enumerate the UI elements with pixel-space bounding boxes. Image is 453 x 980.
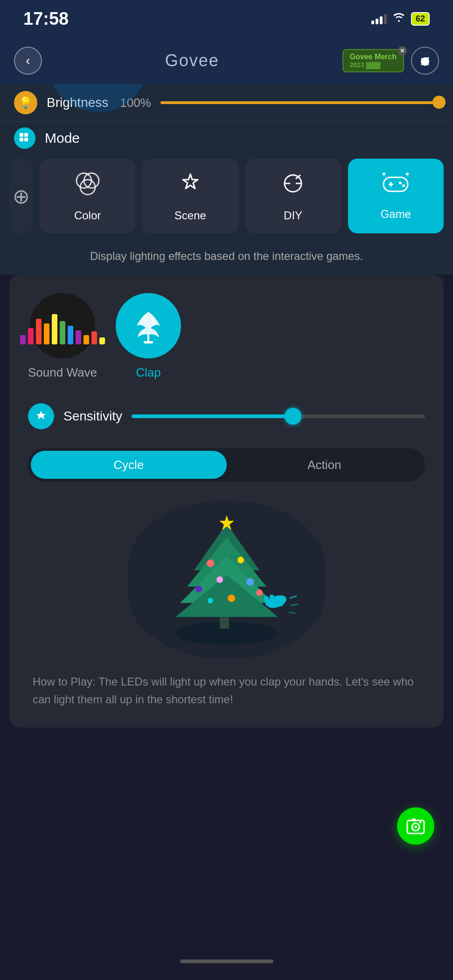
scene-tab-label: Scene bbox=[174, 209, 206, 222]
svg-rect-3 bbox=[24, 138, 28, 141]
mode-icon bbox=[14, 127, 35, 149]
cycle-tab[interactable]: Cycle bbox=[31, 451, 227, 479]
svg-rect-18 bbox=[144, 341, 153, 343]
status-icons: 62 bbox=[371, 12, 430, 26]
mode-tab-diy[interactable]: DIY bbox=[245, 159, 341, 233]
back-button[interactable]: ‹ bbox=[14, 47, 42, 75]
svg-point-30 bbox=[228, 595, 235, 602]
svg-point-28 bbox=[246, 578, 254, 586]
clap-label: Clap bbox=[136, 365, 160, 380]
tree-illustration bbox=[129, 500, 325, 659]
sensitivity-slider[interactable] bbox=[132, 414, 425, 418]
action-tab[interactable]: Action bbox=[227, 451, 423, 479]
color-tab-label: Color bbox=[74, 209, 101, 222]
cycle-action-toggle: Cycle Action bbox=[28, 448, 425, 482]
merch-badge-line2: 2023 ▓▓▓ bbox=[350, 61, 397, 69]
game-options-row: Sound Wave Clap bbox=[28, 293, 425, 380]
close-badge-button[interactable]: ✕ bbox=[397, 46, 407, 56]
svg-rect-10 bbox=[383, 177, 408, 191]
svg-point-16 bbox=[406, 173, 409, 175]
game-tab-label: Game bbox=[381, 208, 411, 221]
status-bar: 17:58 62 bbox=[0, 0, 453, 37]
sensitivity-label: Sensitivity bbox=[63, 409, 122, 424]
svg-point-27 bbox=[216, 576, 223, 583]
fab-icon bbox=[405, 816, 426, 836]
color-tab-icon bbox=[75, 170, 101, 202]
svg-rect-46 bbox=[419, 821, 421, 823]
mode-tab-color[interactable]: Color bbox=[40, 159, 135, 233]
svg-line-39 bbox=[290, 596, 297, 598]
signal-icon bbox=[371, 13, 387, 24]
sound-wave-circle bbox=[30, 293, 95, 358]
settings-button[interactable] bbox=[411, 47, 439, 75]
clap-option[interactable]: Clap bbox=[116, 293, 181, 380]
wifi-icon bbox=[392, 12, 405, 26]
scene-tab-icon bbox=[177, 170, 203, 202]
svg-line-40 bbox=[291, 604, 298, 605]
sound-wave-label: Sound Wave bbox=[28, 365, 97, 380]
sound-wave-option[interactable]: Sound Wave bbox=[28, 293, 97, 380]
svg-rect-0 bbox=[20, 133, 23, 137]
bottom-bar bbox=[0, 943, 453, 980]
app-header: ‹ Govee ✕ Govee Merch 2023 ▓▓▓ bbox=[0, 37, 453, 84]
game-tab-icon bbox=[382, 172, 410, 201]
svg-point-26 bbox=[237, 557, 244, 563]
mode-tabs: ⊕ Color Scene DIY bbox=[0, 154, 453, 243]
svg-rect-2 bbox=[20, 138, 23, 141]
svg-line-41 bbox=[289, 612, 295, 613]
fab-button[interactable] bbox=[397, 807, 434, 845]
svg-rect-45 bbox=[412, 819, 416, 821]
merch-badge-line1: Govee Merch bbox=[350, 53, 397, 61]
mode-tab-scene[interactable]: Scene bbox=[142, 159, 238, 233]
sensitivity-row: Sensitivity bbox=[28, 403, 425, 429]
clap-icon bbox=[127, 305, 169, 347]
merch-badge[interactable]: ✕ Govee Merch 2023 ▓▓▓ bbox=[342, 49, 404, 72]
status-time: 17:58 bbox=[23, 9, 69, 29]
battery-indicator: 62 bbox=[411, 12, 430, 26]
diy-tab-icon bbox=[280, 170, 306, 202]
svg-point-13 bbox=[399, 182, 402, 184]
mode-header: Mode bbox=[0, 121, 453, 154]
svg-point-25 bbox=[207, 560, 214, 567]
main-card: Sound Wave Clap Sensitivity bbox=[9, 274, 444, 728]
svg-point-14 bbox=[402, 184, 405, 187]
svg-point-44 bbox=[414, 826, 417, 828]
sensitivity-icon bbox=[28, 403, 54, 429]
svg-rect-1 bbox=[24, 133, 28, 137]
mode-tab-partial[interactable]: ⊕ bbox=[9, 159, 33, 233]
how-to-play-text: How to Play: The LEDs will light up when… bbox=[28, 673, 425, 709]
tree-svg bbox=[138, 510, 315, 650]
svg-point-31 bbox=[208, 598, 213, 603]
mode-description: Display lighting effects based on the in… bbox=[0, 243, 453, 274]
svg-point-29 bbox=[195, 586, 202, 592]
svg-point-32 bbox=[256, 589, 263, 596]
mode-label: Mode bbox=[45, 130, 80, 146]
diy-tab-label: DIY bbox=[284, 209, 302, 222]
brightness-slider[interactable] bbox=[160, 101, 439, 104]
home-indicator bbox=[180, 959, 273, 963]
app-title: Govee bbox=[165, 51, 219, 70]
sound-wave-icon bbox=[20, 307, 105, 344]
mode-tab-game[interactable]: Game bbox=[348, 159, 444, 233]
clap-circle bbox=[116, 293, 181, 358]
svg-point-15 bbox=[383, 173, 385, 175]
header-right: ✕ Govee Merch 2023 ▓▓▓ bbox=[342, 47, 439, 75]
